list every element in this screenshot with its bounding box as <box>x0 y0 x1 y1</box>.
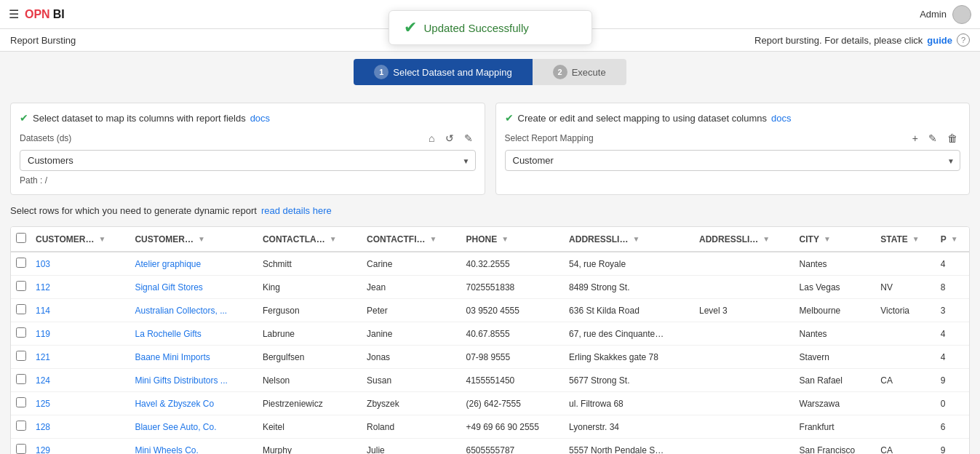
row-checkbox-cell[interactable] <box>11 276 31 299</box>
customer-number-link[interactable]: 128 <box>36 422 50 432</box>
filter-city-icon[interactable]: ▼ <box>824 235 831 243</box>
th-select-all[interactable] <box>11 227 31 252</box>
customer-name-link[interactable]: Blauer See Auto, Co. <box>135 422 216 432</box>
customer-number-link[interactable]: 103 <box>36 259 50 269</box>
row-checkbox[interactable] <box>16 327 26 338</box>
th-contact-last: CONTACTLA…▼ <box>258 227 362 252</box>
customer-number-link[interactable]: 125 <box>36 399 50 409</box>
customer-name-link[interactable]: Baane Mini Imports <box>135 352 210 362</box>
table-body: 103 Atelier graphique Schmitt Carine 40.… <box>11 252 969 454</box>
cell-customer-name: Atelier graphique <box>130 252 258 276</box>
cell-state <box>876 322 936 346</box>
menu-icon[interactable]: ☰ <box>9 7 19 21</box>
cell-customer-number: 124 <box>31 369 130 392</box>
cell-state: CA <box>876 439 936 455</box>
filter-state-icon[interactable]: ▼ <box>912 235 920 243</box>
customer-name-link[interactable]: Signal Gift Stores <box>135 282 202 292</box>
cell-contact-last: Schmitt <box>258 252 362 276</box>
read-details-link[interactable]: read details here <box>261 205 332 216</box>
cell-address1: 5677 Strong St. <box>565 369 695 392</box>
cell-phone: 6505555787 <box>462 439 565 455</box>
th-contact-first: CONTACTFI…▼ <box>362 227 461 252</box>
row-checkbox[interactable] <box>16 374 26 384</box>
avatar[interactable] <box>952 5 971 24</box>
step-1-number: 1 <box>374 65 389 79</box>
cell-city: San Francisco <box>795 439 877 455</box>
cell-customer-name: Baane Mini Imports <box>130 346 258 369</box>
filter-extra-icon[interactable]: ▼ <box>951 235 958 243</box>
row-checkbox-cell[interactable] <box>11 392 31 415</box>
row-checkbox-cell[interactable] <box>11 299 31 322</box>
step-1[interactable]: 1 Select Dataset and Mapping <box>354 59 532 85</box>
mapping-docs-link[interactable]: docs <box>771 113 791 124</box>
customer-name-link[interactable]: Mini Gifts Distributors ... <box>135 375 227 386</box>
toast-check-icon: ✔ <box>404 18 417 37</box>
filter-contact-last-icon[interactable]: ▼ <box>330 235 337 243</box>
mapping-select[interactable]: Customer <box>505 150 961 171</box>
table-row: 121 Baane Mini Imports Bergulfsen Jonas … <box>11 346 969 369</box>
cell-city: San Rafael <box>795 369 877 392</box>
filter-phone-icon[interactable]: ▼ <box>501 235 509 243</box>
customer-number-link[interactable]: 114 <box>36 306 50 316</box>
cell-phone: +49 69 66 90 2555 <box>462 415 565 439</box>
cell-customer-number: 103 <box>31 252 130 276</box>
cell-extra: 0 <box>936 392 969 415</box>
filter-address1-icon[interactable]: ▼ <box>632 235 640 243</box>
row-checkbox-cell[interactable] <box>11 346 31 369</box>
row-checkbox-cell[interactable] <box>11 252 31 276</box>
customer-number-link[interactable]: 112 <box>36 282 50 292</box>
cell-state <box>876 392 936 415</box>
cell-customer-name: Signal Gift Stores <box>130 276 258 299</box>
customer-name-link[interactable]: La Rochelle Gifts <box>135 329 201 339</box>
dataset-home-button[interactable]: ⌂ <box>426 131 437 146</box>
cell-city: Warszawa <box>795 392 877 415</box>
row-checkbox[interactable] <box>16 258 26 268</box>
select-all-checkbox[interactable] <box>16 233 26 243</box>
step-2[interactable]: 2 Execute <box>533 59 626 85</box>
cell-city: Las Vegas <box>795 276 877 299</box>
row-checkbox-cell[interactable] <box>11 415 31 439</box>
row-checkbox-cell[interactable] <box>11 322 31 346</box>
row-checkbox[interactable] <box>16 421 26 431</box>
info-text: Report bursting. For details, please cli… <box>754 35 923 46</box>
customer-name-link[interactable]: Mini Wheels Co. <box>135 445 198 455</box>
filter-contact-first-icon[interactable]: ▼ <box>430 235 437 243</box>
row-checkbox-cell[interactable] <box>11 439 31 455</box>
row-checkbox[interactable] <box>16 281 26 291</box>
customer-name-link[interactable]: Havel & Zbyszek Co <box>135 399 214 409</box>
mapping-select-wrapper: Customer <box>505 150 961 171</box>
dataset-select[interactable]: Customers <box>20 150 476 171</box>
customer-number-link[interactable]: 129 <box>36 445 50 455</box>
customer-name-link[interactable]: Australian Collectors, ... <box>135 306 227 316</box>
mapping-edit-button[interactable]: ✎ <box>925 131 940 146</box>
cell-phone: 4155551450 <box>462 369 565 392</box>
filter-customer-name-icon[interactable]: ▼ <box>198 235 205 243</box>
cell-address2 <box>695 252 795 276</box>
row-checkbox-cell[interactable] <box>11 369 31 392</box>
main-content: ✔ Select dataset to map its columns with… <box>0 92 980 454</box>
cell-address2 <box>695 322 795 346</box>
customer-number-link[interactable]: 119 <box>36 329 50 339</box>
dataset-refresh-button[interactable]: ↺ <box>442 131 457 146</box>
guide-link[interactable]: guide <box>927 35 952 46</box>
cell-contact-last: Murphy <box>258 439 362 455</box>
row-checkbox[interactable] <box>16 304 26 314</box>
th-city: CITY▼ <box>795 227 877 252</box>
step-1-label: Select Dataset and Mapping <box>393 67 511 78</box>
customer-name-link[interactable]: Atelier graphique <box>135 259 201 269</box>
row-checkbox[interactable] <box>16 351 26 361</box>
row-checkbox[interactable] <box>16 397 26 407</box>
dataset-edit-button[interactable]: ✎ <box>461 131 476 146</box>
cell-address1: 636 St Kilda Road <box>565 299 695 322</box>
customer-number-link[interactable]: 121 <box>36 352 50 362</box>
filter-address2-icon[interactable]: ▼ <box>762 235 770 243</box>
dataset-docs-link[interactable]: docs <box>250 113 270 124</box>
customer-number-link[interactable]: 124 <box>36 375 50 386</box>
row-checkbox[interactable] <box>16 444 26 454</box>
mapping-delete-button[interactable]: 🗑 <box>944 131 960 146</box>
mapping-description: Create or edit and select mapping to usi… <box>518 113 768 124</box>
cell-state: Victoria <box>876 299 936 322</box>
filter-customer-number-icon[interactable]: ▼ <box>98 235 105 243</box>
help-icon[interactable]: ? <box>957 33 970 47</box>
mapping-add-button[interactable]: + <box>909 131 921 146</box>
